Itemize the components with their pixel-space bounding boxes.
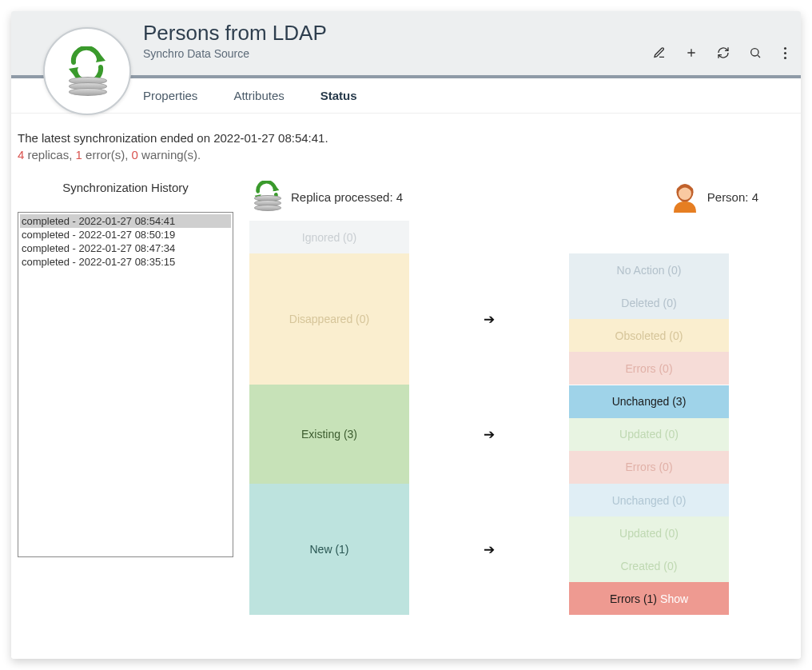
arrow-icon: ➔	[409, 385, 569, 484]
errors-count: 1	[76, 148, 82, 162]
page-title: Persons from LDAP	[143, 21, 327, 46]
cell-ignored: Ignored (0)	[249, 221, 409, 253]
replica-icon	[249, 181, 285, 213]
cell-updated-new: Updated (0)	[569, 516, 729, 549]
history-listbox[interactable]: completed - 2022-01-27 08:54:41 complete…	[18, 212, 233, 557]
refresh-icon[interactable]	[717, 46, 730, 59]
tab-row: Properties Attributes Status	[11, 78, 801, 114]
arrow-icon: ➔	[409, 484, 569, 615]
svg-point-2	[751, 49, 758, 56]
person-header: Person: 4	[707, 190, 758, 204]
history-item[interactable]: completed - 2022-01-27 08:47:34	[20, 241, 231, 255]
history-item[interactable]: completed - 2022-01-27 08:50:19	[20, 228, 231, 241]
summary-line: The latest synchronization ended on 2022…	[18, 131, 794, 145]
more-icon[interactable]	[781, 47, 790, 59]
cell-errors-disappeared: Errors (0)	[569, 352, 729, 385]
arrow-icon: ➔	[409, 253, 569, 385]
edit-icon[interactable]	[653, 46, 666, 59]
cell-existing: Existing (3)	[249, 385, 409, 484]
history-title: Synchronization History	[18, 181, 233, 194]
tab-status[interactable]: Status	[320, 89, 357, 102]
cell-deleted: Deleted (0)	[569, 286, 729, 319]
cell-unchanged-existing: Unchanged (3)	[569, 385, 729, 418]
cell-new: New (1)	[249, 484, 409, 615]
history-item[interactable]: completed - 2022-01-27 08:54:41	[20, 214, 231, 228]
add-icon[interactable]	[685, 46, 698, 59]
warnings-count: 0	[132, 148, 138, 162]
flow-diagram: Ignored (0) Disappeared (0) ➔ No Action …	[249, 221, 794, 615]
sync-icon	[62, 46, 112, 96]
cell-errors-existing: Errors (0)	[569, 451, 729, 484]
person-icon	[669, 181, 701, 213]
history-item[interactable]: completed - 2022-01-27 08:35:15	[20, 255, 231, 269]
show-errors-link[interactable]: Show	[660, 592, 688, 605]
page-subtitle: Synchro Data Source	[143, 47, 327, 60]
svg-line-3	[758, 55, 760, 58]
cell-errors-new: Errors (1) Show	[569, 582, 729, 615]
search-icon[interactable]	[749, 46, 762, 59]
cell-obsoleted: Obsoleted (0)	[569, 319, 729, 352]
tab-attributes[interactable]: Attributes	[233, 89, 284, 102]
cell-no-action: No Action (0)	[569, 253, 729, 286]
cell-unchanged-new: Unchanged (0)	[569, 484, 729, 516]
cell-created-new: Created (0)	[569, 549, 729, 582]
object-avatar	[43, 27, 131, 115]
replica-header: Replica processed: 4	[291, 190, 403, 204]
tab-properties[interactable]: Properties	[143, 89, 197, 102]
cell-updated-existing: Updated (0)	[569, 418, 729, 451]
cell-disappeared: Disappeared (0)	[249, 253, 409, 385]
counts-line: 4 replicas, 1 error(s), 0 warning(s).	[18, 148, 794, 162]
